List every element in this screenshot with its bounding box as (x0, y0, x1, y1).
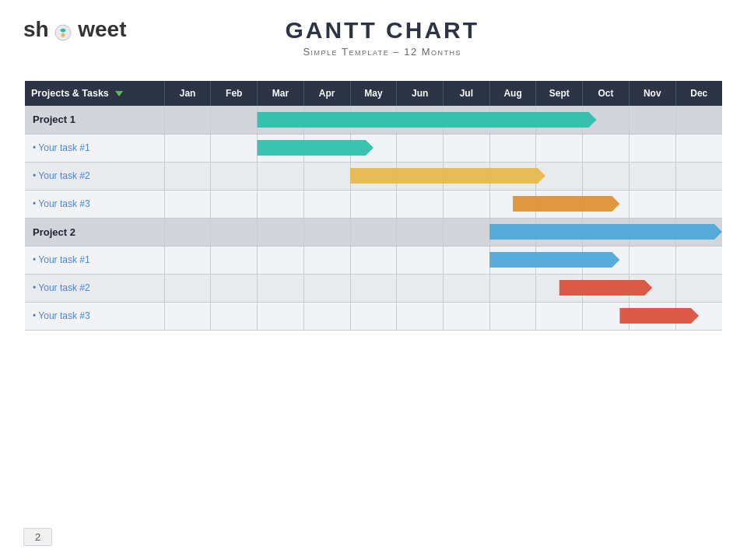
label-cell: • Your task #1 (25, 134, 164, 162)
month-cell (303, 274, 350, 302)
month-cell (164, 302, 211, 330)
task-row: • Your task #2 (25, 274, 722, 302)
month-cell (629, 134, 675, 162)
month-cell (489, 246, 536, 274)
col-dec: Dec (675, 81, 722, 106)
logo: sh weet (23, 17, 127, 42)
month-cell (444, 106, 490, 134)
month-cell (303, 218, 350, 246)
month-cell (258, 274, 304, 302)
month-cell (211, 190, 258, 218)
month-cell (629, 106, 675, 134)
month-cell (536, 218, 583, 246)
col-tasks[interactable]: Projects & Tasks (25, 81, 164, 106)
month-cell (583, 302, 630, 330)
month-cell (211, 246, 258, 274)
month-cell (536, 246, 583, 274)
month-cell (164, 246, 211, 274)
col-feb: Feb (211, 81, 258, 106)
month-cell (489, 190, 536, 218)
month-cell (164, 162, 211, 190)
month-cell (536, 190, 583, 218)
month-cell (444, 190, 490, 218)
month-cell (536, 134, 583, 162)
month-cell (629, 218, 675, 246)
month-cell (303, 106, 350, 134)
month-cell (397, 134, 444, 162)
col-jan: Jan (164, 81, 211, 106)
month-cell (583, 162, 630, 190)
month-cell (675, 246, 722, 274)
month-cell (675, 302, 722, 330)
month-cell (350, 218, 397, 246)
month-cell (536, 302, 583, 330)
label-cell: • Your task #2 (25, 162, 164, 190)
month-cell (397, 106, 444, 134)
month-cell (258, 134, 304, 162)
month-cell (350, 246, 397, 274)
row-label: Project 1 (33, 114, 75, 125)
label-cell: • Your task #1 (25, 246, 164, 274)
month-cell (350, 162, 397, 190)
task-row: • Your task #1 (25, 246, 722, 274)
month-cell (489, 218, 536, 246)
month-cell (164, 274, 211, 302)
month-cell (444, 302, 490, 330)
month-cell (444, 218, 490, 246)
row-label: Project 2 (33, 226, 75, 238)
month-cell (258, 190, 304, 218)
logo-icon (54, 22, 72, 39)
gantt-table: Projects & Tasks Jan Feb Mar Apr May Jun… (25, 81, 722, 331)
month-cell (675, 274, 722, 302)
gantt-body: Project 1• Your task #1• Your task #2• Y… (25, 106, 722, 330)
row-label: Your task #3 (38, 198, 89, 209)
month-cell (583, 106, 630, 134)
col-jul: Jul (444, 81, 490, 106)
project-row: Project 1 (25, 106, 722, 134)
month-cell (444, 246, 490, 274)
col-aug: Aug (489, 81, 536, 106)
month-cell (629, 162, 675, 190)
svg-point-0 (55, 25, 71, 40)
row-label: Your task #3 (38, 310, 89, 321)
month-cell (258, 218, 304, 246)
footer: 2 (23, 528, 52, 546)
month-cell (211, 218, 258, 246)
label-cell: • Your task #2 (25, 274, 164, 302)
label-cell: • Your task #3 (25, 302, 164, 330)
month-cell (350, 106, 397, 134)
row-label: Your task #2 (38, 282, 89, 293)
col-mar: Mar (258, 81, 304, 106)
svg-point-1 (61, 33, 65, 37)
project-row: Project 2 (25, 218, 722, 246)
month-cell (629, 274, 675, 302)
month-cell (397, 302, 444, 330)
month-cell (629, 246, 675, 274)
month-cell (211, 274, 258, 302)
month-cell (489, 274, 536, 302)
month-cell (303, 134, 350, 162)
month-cell (583, 246, 630, 274)
month-cell (211, 106, 258, 134)
label-cell: Project 2 (25, 218, 164, 246)
month-cell (489, 106, 536, 134)
month-cell (397, 246, 444, 274)
month-cell (536, 274, 583, 302)
month-cell (675, 106, 722, 134)
month-cell (350, 274, 397, 302)
month-cell (258, 162, 304, 190)
month-cell (350, 302, 397, 330)
header: sh weet Gantt Chart Simple Template – 12… (0, 0, 747, 65)
month-cell (629, 190, 675, 218)
month-cell (536, 106, 583, 134)
month-cell (211, 302, 258, 330)
page: sh weet Gantt Chart Simple Template – 12… (0, 0, 747, 560)
month-cell (444, 162, 490, 190)
month-cell (164, 218, 211, 246)
page-number: 2 (35, 531, 40, 543)
month-cell (444, 274, 490, 302)
task-row: • Your task #2 (25, 162, 722, 190)
month-cell (164, 106, 211, 134)
title-block: Gantt Chart Simple Template – 12 Months (285, 17, 479, 58)
month-cell (536, 162, 583, 190)
